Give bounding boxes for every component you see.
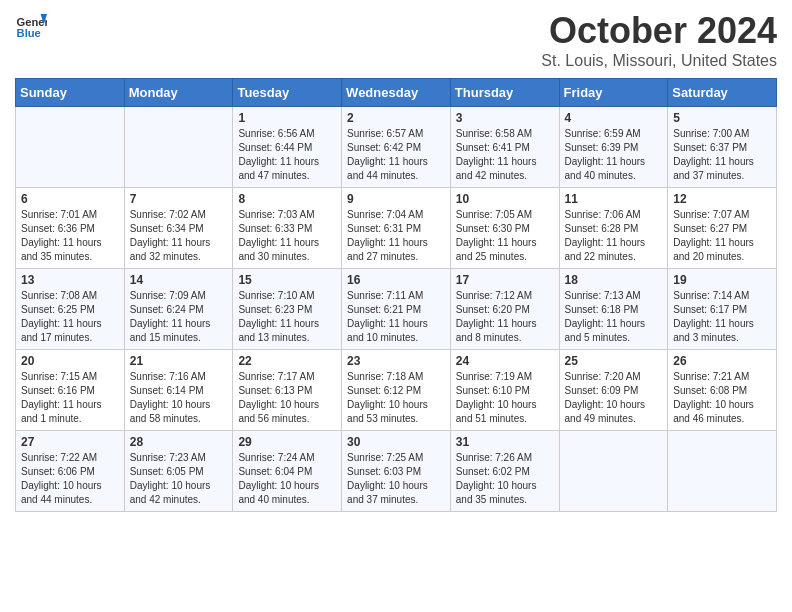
day-info: Sunrise: 7:22 AM Sunset: 6:06 PM Dayligh… — [21, 451, 119, 507]
day-number: 1 — [238, 111, 336, 125]
day-info: Sunrise: 7:15 AM Sunset: 6:16 PM Dayligh… — [21, 370, 119, 426]
day-info: Sunrise: 6:56 AM Sunset: 6:44 PM Dayligh… — [238, 127, 336, 183]
calendar-cell: 8Sunrise: 7:03 AM Sunset: 6:33 PM Daylig… — [233, 188, 342, 269]
calendar-cell: 22Sunrise: 7:17 AM Sunset: 6:13 PM Dayli… — [233, 350, 342, 431]
day-number: 29 — [238, 435, 336, 449]
calendar-cell: 9Sunrise: 7:04 AM Sunset: 6:31 PM Daylig… — [342, 188, 451, 269]
day-info: Sunrise: 6:59 AM Sunset: 6:39 PM Dayligh… — [565, 127, 663, 183]
calendar-cell — [668, 431, 777, 512]
day-info: Sunrise: 7:03 AM Sunset: 6:33 PM Dayligh… — [238, 208, 336, 264]
calendar-title: October 2024 — [541, 10, 777, 52]
calendar-cell — [124, 107, 233, 188]
header-row: Sunday Monday Tuesday Wednesday Thursday… — [16, 79, 777, 107]
day-info: Sunrise: 7:04 AM Sunset: 6:31 PM Dayligh… — [347, 208, 445, 264]
calendar-cell: 15Sunrise: 7:10 AM Sunset: 6:23 PM Dayli… — [233, 269, 342, 350]
header-friday: Friday — [559, 79, 668, 107]
calendar-cell: 28Sunrise: 7:23 AM Sunset: 6:05 PM Dayli… — [124, 431, 233, 512]
day-number: 24 — [456, 354, 554, 368]
header-saturday: Saturday — [668, 79, 777, 107]
day-info: Sunrise: 7:05 AM Sunset: 6:30 PM Dayligh… — [456, 208, 554, 264]
header-tuesday: Tuesday — [233, 79, 342, 107]
day-number: 11 — [565, 192, 663, 206]
calendar-cell: 31Sunrise: 7:26 AM Sunset: 6:02 PM Dayli… — [450, 431, 559, 512]
day-number: 31 — [456, 435, 554, 449]
calendar-cell: 5Sunrise: 7:00 AM Sunset: 6:37 PM Daylig… — [668, 107, 777, 188]
day-number: 25 — [565, 354, 663, 368]
day-info: Sunrise: 7:01 AM Sunset: 6:36 PM Dayligh… — [21, 208, 119, 264]
day-number: 7 — [130, 192, 228, 206]
calendar-cell: 10Sunrise: 7:05 AM Sunset: 6:30 PM Dayli… — [450, 188, 559, 269]
header-thursday: Thursday — [450, 79, 559, 107]
day-number: 23 — [347, 354, 445, 368]
header-wednesday: Wednesday — [342, 79, 451, 107]
calendar-week-4: 20Sunrise: 7:15 AM Sunset: 6:16 PM Dayli… — [16, 350, 777, 431]
calendar-cell: 1Sunrise: 6:56 AM Sunset: 6:44 PM Daylig… — [233, 107, 342, 188]
day-info: Sunrise: 7:11 AM Sunset: 6:21 PM Dayligh… — [347, 289, 445, 345]
day-info: Sunrise: 7:21 AM Sunset: 6:08 PM Dayligh… — [673, 370, 771, 426]
calendar-cell: 29Sunrise: 7:24 AM Sunset: 6:04 PM Dayli… — [233, 431, 342, 512]
calendar-cell: 18Sunrise: 7:13 AM Sunset: 6:18 PM Dayli… — [559, 269, 668, 350]
calendar-cell: 23Sunrise: 7:18 AM Sunset: 6:12 PM Dayli… — [342, 350, 451, 431]
calendar-cell: 3Sunrise: 6:58 AM Sunset: 6:41 PM Daylig… — [450, 107, 559, 188]
day-number: 12 — [673, 192, 771, 206]
day-info: Sunrise: 6:57 AM Sunset: 6:42 PM Dayligh… — [347, 127, 445, 183]
calendar-cell: 12Sunrise: 7:07 AM Sunset: 6:27 PM Dayli… — [668, 188, 777, 269]
day-info: Sunrise: 7:08 AM Sunset: 6:25 PM Dayligh… — [21, 289, 119, 345]
day-number: 9 — [347, 192, 445, 206]
day-number: 15 — [238, 273, 336, 287]
day-info: Sunrise: 7:18 AM Sunset: 6:12 PM Dayligh… — [347, 370, 445, 426]
day-info: Sunrise: 7:10 AM Sunset: 6:23 PM Dayligh… — [238, 289, 336, 345]
logo-icon: General Blue — [15, 10, 47, 42]
day-number: 14 — [130, 273, 228, 287]
calendar-week-3: 13Sunrise: 7:08 AM Sunset: 6:25 PM Dayli… — [16, 269, 777, 350]
calendar-cell: 17Sunrise: 7:12 AM Sunset: 6:20 PM Dayli… — [450, 269, 559, 350]
calendar-cell: 24Sunrise: 7:19 AM Sunset: 6:10 PM Dayli… — [450, 350, 559, 431]
day-number: 8 — [238, 192, 336, 206]
calendar-cell: 7Sunrise: 7:02 AM Sunset: 6:34 PM Daylig… — [124, 188, 233, 269]
day-info: Sunrise: 6:58 AM Sunset: 6:41 PM Dayligh… — [456, 127, 554, 183]
day-number: 13 — [21, 273, 119, 287]
calendar-cell: 2Sunrise: 6:57 AM Sunset: 6:42 PM Daylig… — [342, 107, 451, 188]
day-number: 20 — [21, 354, 119, 368]
day-info: Sunrise: 7:07 AM Sunset: 6:27 PM Dayligh… — [673, 208, 771, 264]
day-number: 30 — [347, 435, 445, 449]
calendar-cell: 21Sunrise: 7:16 AM Sunset: 6:14 PM Dayli… — [124, 350, 233, 431]
day-number: 28 — [130, 435, 228, 449]
day-info: Sunrise: 7:17 AM Sunset: 6:13 PM Dayligh… — [238, 370, 336, 426]
logo: General Blue — [15, 10, 51, 42]
calendar-cell — [16, 107, 125, 188]
day-number: 18 — [565, 273, 663, 287]
calendar-table: Sunday Monday Tuesday Wednesday Thursday… — [15, 78, 777, 512]
day-number: 5 — [673, 111, 771, 125]
day-number: 4 — [565, 111, 663, 125]
day-number: 19 — [673, 273, 771, 287]
calendar-cell — [559, 431, 668, 512]
day-number: 22 — [238, 354, 336, 368]
day-info: Sunrise: 7:24 AM Sunset: 6:04 PM Dayligh… — [238, 451, 336, 507]
day-info: Sunrise: 7:16 AM Sunset: 6:14 PM Dayligh… — [130, 370, 228, 426]
calendar-week-2: 6Sunrise: 7:01 AM Sunset: 6:36 PM Daylig… — [16, 188, 777, 269]
day-number: 10 — [456, 192, 554, 206]
calendar-cell: 27Sunrise: 7:22 AM Sunset: 6:06 PM Dayli… — [16, 431, 125, 512]
calendar-body: 1Sunrise: 6:56 AM Sunset: 6:44 PM Daylig… — [16, 107, 777, 512]
day-info: Sunrise: 7:12 AM Sunset: 6:20 PM Dayligh… — [456, 289, 554, 345]
day-number: 2 — [347, 111, 445, 125]
day-info: Sunrise: 7:14 AM Sunset: 6:17 PM Dayligh… — [673, 289, 771, 345]
calendar-cell: 14Sunrise: 7:09 AM Sunset: 6:24 PM Dayli… — [124, 269, 233, 350]
calendar-cell: 19Sunrise: 7:14 AM Sunset: 6:17 PM Dayli… — [668, 269, 777, 350]
day-info: Sunrise: 7:26 AM Sunset: 6:02 PM Dayligh… — [456, 451, 554, 507]
page-header: General Blue October 2024 St. Louis, Mis… — [15, 10, 777, 70]
calendar-cell: 25Sunrise: 7:20 AM Sunset: 6:09 PM Dayli… — [559, 350, 668, 431]
day-number: 17 — [456, 273, 554, 287]
calendar-cell: 11Sunrise: 7:06 AM Sunset: 6:28 PM Dayli… — [559, 188, 668, 269]
day-info: Sunrise: 7:02 AM Sunset: 6:34 PM Dayligh… — [130, 208, 228, 264]
day-info: Sunrise: 7:09 AM Sunset: 6:24 PM Dayligh… — [130, 289, 228, 345]
day-info: Sunrise: 7:00 AM Sunset: 6:37 PM Dayligh… — [673, 127, 771, 183]
day-info: Sunrise: 7:20 AM Sunset: 6:09 PM Dayligh… — [565, 370, 663, 426]
calendar-subtitle: St. Louis, Missouri, United States — [541, 52, 777, 70]
calendar-header: Sunday Monday Tuesday Wednesday Thursday… — [16, 79, 777, 107]
calendar-cell: 30Sunrise: 7:25 AM Sunset: 6:03 PM Dayli… — [342, 431, 451, 512]
svg-text:Blue: Blue — [17, 27, 41, 39]
day-info: Sunrise: 7:06 AM Sunset: 6:28 PM Dayligh… — [565, 208, 663, 264]
day-number: 16 — [347, 273, 445, 287]
